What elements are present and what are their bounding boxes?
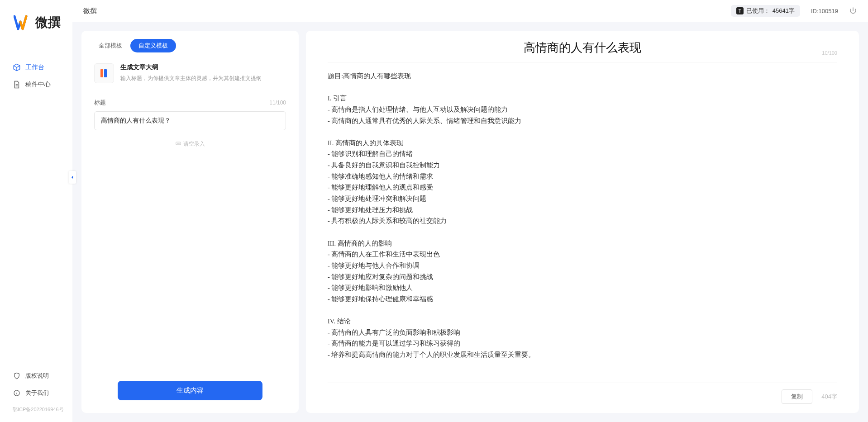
keyboard-icon bbox=[175, 140, 181, 148]
nav-label: 版权说明 bbox=[25, 372, 49, 380]
nav-label: 稿件中心 bbox=[25, 81, 51, 89]
logo-icon bbox=[14, 14, 32, 32]
copy-button[interactable]: 复制 bbox=[782, 389, 812, 404]
logo: 微撰 bbox=[0, 0, 72, 32]
output-body[interactable]: 题目:高情商的人有哪些表现 I. 引言 - 高情商是指人们处理情绪、与他人互动以… bbox=[328, 62, 837, 383]
user-id: ID:100519 bbox=[811, 8, 838, 14]
shield-icon bbox=[13, 372, 21, 380]
usage-prefix: 已使用： bbox=[746, 7, 770, 15]
sidebar-bottom: 版权说明 关于我们 鄂ICP备2022016946号 bbox=[0, 367, 72, 422]
usage-pill[interactable]: T 已使用： 45641字 bbox=[731, 5, 800, 17]
text-badge-icon: T bbox=[736, 7, 744, 14]
usage-value: 45641字 bbox=[773, 7, 795, 15]
template-name: 生成文章大纲 bbox=[120, 63, 262, 71]
sidebar-collapse-toggle[interactable] bbox=[69, 171, 76, 184]
logo-text: 微撰 bbox=[35, 14, 61, 31]
template-card: 生成文章大纲 输入标题，为你提供文章主体的灵感，并为其创建推文提纲 bbox=[81, 60, 299, 90]
tab-custom-templates[interactable]: 自定义模板 bbox=[130, 39, 176, 52]
info-icon bbox=[13, 389, 21, 397]
output-title-count: 10/100 bbox=[822, 50, 837, 56]
voice-input-hint[interactable]: 请空录入 bbox=[94, 140, 286, 148]
title-char-count: 11/100 bbox=[269, 100, 286, 106]
power-icon[interactable] bbox=[849, 7, 857, 15]
document-icon bbox=[13, 81, 21, 89]
output-title: 高情商的人有什么表现 bbox=[328, 40, 837, 56]
topbar-title: 微撰 bbox=[83, 7, 97, 15]
template-tabs: 全部模板 自定义模板 bbox=[81, 39, 299, 60]
output-word-count: 404字 bbox=[821, 393, 837, 401]
nav-item-copyright[interactable]: 版权说明 bbox=[0, 367, 72, 384]
nav-item-drafts[interactable]: 稿件中心 bbox=[0, 76, 72, 93]
voice-hint-text: 请空录入 bbox=[183, 140, 205, 148]
main-nav: 工作台 稿件中心 bbox=[0, 59, 72, 367]
icp-text: 鄂ICP备2022016946号 bbox=[0, 402, 72, 413]
nav-item-about[interactable]: 关于我们 bbox=[0, 384, 72, 402]
nav-label: 关于我们 bbox=[25, 389, 49, 397]
template-desc: 输入标题，为你提供文章主体的灵感，并为其创建推文提纲 bbox=[120, 74, 262, 82]
tab-all-templates[interactable]: 全部模板 bbox=[91, 39, 130, 52]
title-label: 标题 bbox=[94, 99, 106, 107]
template-panel: 全部模板 自定义模板 生成文章大纲 输入标题，为你提供文章主体的灵感，并为其创建… bbox=[81, 31, 299, 413]
template-thumb-icon bbox=[94, 63, 114, 83]
output-panel: 高情商的人有什么表现 10/100 题目:高情商的人有哪些表现 I. 引言 - … bbox=[306, 31, 859, 413]
svg-rect-3 bbox=[100, 69, 103, 77]
generate-button[interactable]: 生成内容 bbox=[118, 381, 262, 400]
sidebar: 微撰 工作台 稿件中心 bbox=[0, 0, 72, 422]
topbar: 微撰 T 已使用： 45641字 ID:100519 bbox=[72, 0, 868, 22]
title-input[interactable] bbox=[94, 111, 286, 130]
cube-icon bbox=[13, 63, 21, 71]
nav-item-workspace[interactable]: 工作台 bbox=[0, 59, 72, 76]
svg-rect-4 bbox=[104, 69, 107, 77]
nav-label: 工作台 bbox=[25, 63, 44, 71]
